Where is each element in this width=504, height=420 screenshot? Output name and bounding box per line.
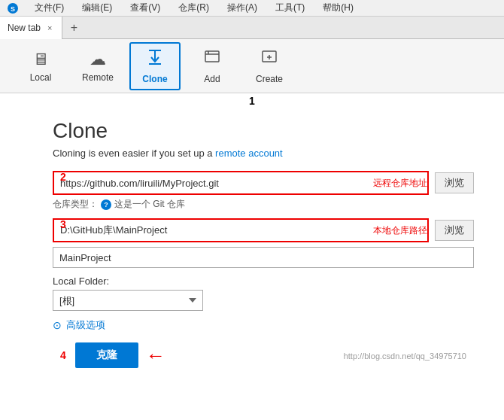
create-label: Create (256, 74, 283, 84)
clone-subtitle: Cloning is even easier if you set up a r… (53, 148, 474, 159)
tab-bar: New tab × + (0, 17, 504, 39)
tab-new[interactable]: New tab × (0, 17, 62, 39)
url-row-container: 2 远程仓库地址 浏览 (53, 171, 474, 195)
local-folder-select-row: [根] (53, 290, 474, 311)
svg-rect-3 (149, 63, 161, 65)
clone-button[interactable]: 克隆 (75, 342, 138, 368)
menu-bar: S 文件(F) 编辑(E) 查看(V) 仓库(R) 操作(A) 工具(T) 帮助… (0, 0, 504, 17)
clone-label: Clone (142, 74, 167, 84)
repo-name-input[interactable] (53, 247, 474, 268)
subtitle-text: Cloning is even easier if you set up a (53, 148, 212, 159)
toolbar: 🖥 Local ☁ Remote Clone Add (0, 39, 504, 93)
indicator-1: 1 (0, 95, 504, 107)
repo-type-info-icon[interactable]: ? (101, 199, 111, 210)
toolbar-local-button[interactable]: 🖥 Local (15, 42, 66, 90)
local-folder-select[interactable]: [根] (53, 290, 203, 311)
toolbar-add-button[interactable]: Add (187, 42, 238, 90)
remote-account-link[interactable]: remote account (215, 148, 283, 159)
arrow-annotation: ← (146, 344, 165, 367)
advanced-expand-icon: ⊙ (53, 319, 62, 331)
watermark: http://blog.csdn.net/qq_34975710 (344, 352, 466, 361)
toolbar-remote-button[interactable]: ☁ Remote (72, 42, 123, 90)
svg-rect-4 (205, 51, 219, 62)
add-label: Add (204, 74, 220, 84)
menu-edit[interactable]: 编辑(E) (79, 0, 115, 16)
toolbar-create-button[interactable]: Create (244, 42, 295, 90)
number-4: 4 (60, 349, 66, 361)
number-1: 1 (249, 95, 255, 107)
local-path-placeholder: 本地仓库路径 (373, 224, 427, 237)
url-input[interactable] (54, 172, 370, 193)
browse-path-button[interactable]: 浏览 (435, 220, 474, 241)
repo-type-value: 这是一个 Git 仓库 (114, 198, 185, 211)
create-icon (260, 48, 278, 71)
local-label: Local (30, 72, 52, 83)
url-placeholder: 远程仓库地址 (373, 177, 427, 190)
menu-tools[interactable]: 工具(T) (272, 0, 308, 16)
local-path-input-row: 本地仓库路径 浏览 (53, 218, 474, 242)
content-wrapper: Clone Cloning is even easier if you set … (30, 119, 474, 368)
app-icon: S (6, 2, 20, 15)
repo-type-row: 仓库类型： ? 这是一个 Git 仓库 (53, 198, 474, 211)
new-tab-button[interactable]: + (62, 17, 85, 39)
url-input-row: 远程仓库地址 浏览 (53, 171, 474, 195)
main-content: Clone Cloning is even easier if you set … (0, 107, 504, 380)
number-2: 2 (60, 171, 66, 183)
remote-label: Remote (82, 72, 114, 83)
url-input-wrapper: 远程仓库地址 (53, 171, 429, 195)
local-icon: 🖥 (32, 50, 49, 69)
advanced-label: 高级选项 (66, 318, 105, 332)
menu-help[interactable]: 帮助(H) (320, 0, 357, 16)
browse-url-button[interactable]: 浏览 (435, 172, 474, 193)
local-folder-label: Local Folder: (53, 275, 474, 287)
menu-repo[interactable]: 仓库(R) (175, 0, 212, 16)
menu-actions[interactable]: 操作(A) (224, 0, 260, 16)
tab-label: New tab (8, 23, 41, 33)
toolbar-clone-button[interactable]: Clone (129, 42, 181, 90)
svg-text:S: S (11, 5, 15, 13)
local-path-input[interactable] (54, 220, 370, 241)
local-path-row-container: 3 本地仓库路径 浏览 (53, 218, 474, 242)
clone-icon (146, 48, 164, 71)
add-icon (203, 48, 221, 71)
menu-file[interactable]: 文件(F) (32, 0, 67, 16)
advanced-options-row[interactable]: ⊙ 高级选项 (53, 318, 474, 332)
local-path-input-wrapper: 本地仓库路径 (53, 218, 429, 242)
clone-title: Clone (53, 119, 474, 143)
remote-icon: ☁ (90, 50, 106, 69)
menu-view[interactable]: 查看(V) (127, 0, 163, 16)
number-3: 3 (60, 218, 66, 230)
repo-type-label: 仓库类型： (53, 198, 98, 211)
svg-rect-2 (149, 50, 161, 51)
tab-close-button[interactable]: × (45, 23, 54, 33)
